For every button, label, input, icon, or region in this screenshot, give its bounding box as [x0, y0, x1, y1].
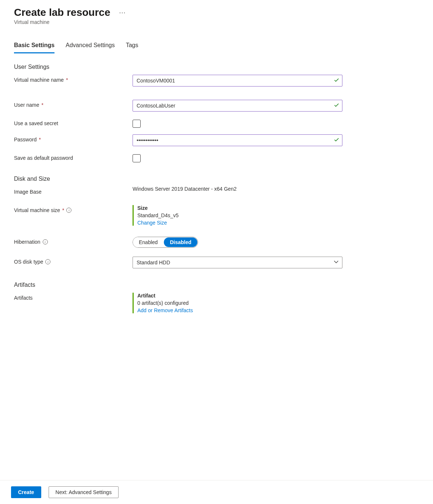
artifacts-label: Artifacts [14, 295, 33, 301]
username-label: User name [14, 102, 39, 108]
vm-size-value: Standard_D4s_v5 [137, 212, 342, 218]
os-disk-type-select[interactable]: Standard HDD [133, 257, 342, 268]
password-input[interactable] [133, 134, 342, 146]
username-input[interactable] [133, 100, 342, 112]
save-default-password-checkbox[interactable] [133, 154, 141, 162]
vm-size-label: Virtual machine size [14, 207, 60, 213]
use-saved-secret-checkbox[interactable] [133, 120, 141, 128]
section-disk-size: Disk and Size [14, 176, 419, 182]
vm-size-card: Size Standard_D4s_v5 Change Size [133, 205, 342, 226]
next-advanced-button[interactable]: Next: Advanced Settings [49, 486, 119, 498]
vm-name-input[interactable] [133, 75, 342, 87]
image-base-label: Image Base [14, 189, 42, 195]
tab-basic-settings[interactable]: Basic Settings [14, 42, 54, 53]
page-title: Create lab resource [14, 7, 110, 18]
info-icon[interactable]: i [43, 239, 48, 244]
create-button[interactable]: Create [11, 486, 41, 498]
image-base-value: Windows Server 2019 Datacenter - x64 Gen… [133, 186, 342, 192]
footer: Create Next: Advanced Settings [0, 480, 433, 504]
vm-name-label: Virtual machine name [14, 77, 64, 83]
section-artifacts: Artifacts [14, 282, 419, 288]
password-label: Password [14, 137, 36, 142]
required-star: * [41, 102, 43, 108]
required-star: * [66, 77, 68, 83]
more-icon[interactable]: ⋯ [117, 8, 127, 17]
tab-tags[interactable]: Tags [126, 42, 138, 53]
hibernation-disabled-option[interactable]: Disabled [164, 237, 197, 247]
info-icon[interactable]: i [45, 259, 50, 264]
section-user-settings: User Settings [14, 64, 419, 70]
artifacts-card: Artifact 0 artifact(s) configured Add or… [133, 293, 342, 313]
os-disk-type-label: OS disk type [14, 259, 43, 265]
info-icon[interactable]: i [66, 208, 71, 213]
tabs: Basic Settings Advanced Settings Tags [14, 42, 419, 53]
hibernation-label: Hibernation [14, 239, 41, 245]
tab-advanced-settings[interactable]: Advanced Settings [66, 42, 115, 53]
use-saved-secret-label: Use a saved secret [14, 120, 58, 126]
artifacts-count: 0 artifact(s) configured [137, 300, 342, 306]
hibernation-toggle: Enabled Disabled [133, 237, 198, 248]
save-default-password-label: Save as default password [14, 155, 73, 161]
required-star: * [39, 137, 41, 142]
hibernation-enabled-option[interactable]: Enabled [133, 237, 163, 247]
page-subtitle: Virtual machine [14, 19, 419, 25]
required-star: * [62, 207, 64, 213]
artifacts-card-title: Artifact [137, 293, 342, 299]
add-remove-artifacts-link[interactable]: Add or Remove Artifacts [137, 307, 193, 313]
vm-size-card-title: Size [137, 205, 342, 211]
change-size-link[interactable]: Change Size [137, 220, 167, 226]
